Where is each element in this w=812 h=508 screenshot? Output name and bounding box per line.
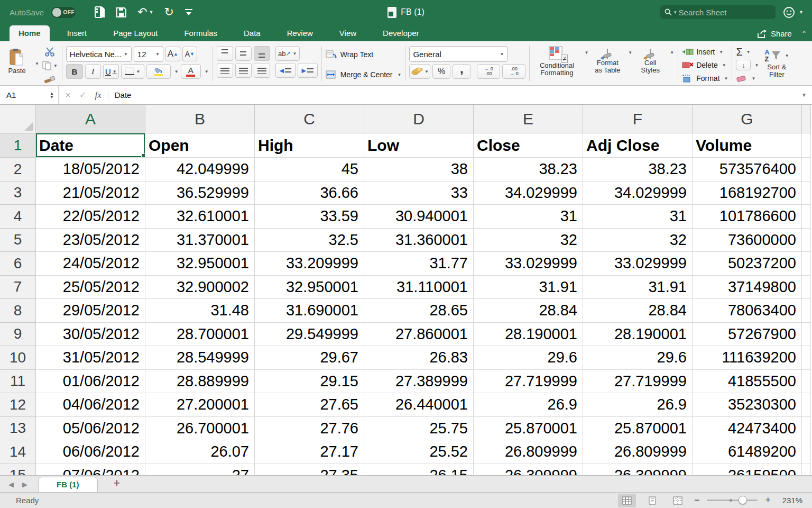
currency-dropdown-icon[interactable]: ▼ [425,69,429,74]
cell-F5[interactable]: 32 [583,229,693,252]
cell-partial-10[interactable] [802,346,811,370]
cell-E7[interactable]: 31.91 [474,276,583,300]
cell-D6[interactable]: 31.77 [364,252,474,276]
font-color-button[interactable]: A [181,64,201,79]
sheet-tab-active[interactable]: FB (1) [38,477,98,492]
cell-F12[interactable]: 26.9 [583,393,693,417]
cell-E12[interactable]: 26.9 [474,393,583,417]
col-header-A[interactable]: A [36,105,145,133]
format-as-table-button[interactable]: Formatas Table [591,44,624,79]
cell-G8[interactable]: 78063400 [693,299,802,323]
grow-font-button[interactable]: A▲ [165,47,180,61]
cell-C11[interactable]: 29.15 [255,370,364,394]
sort-filter-button[interactable]: AZ ▼ Sort &Filter [761,46,792,81]
currency-button[interactable]: ▼ [409,64,430,79]
cell-A9[interactable]: 30/05/2012 [36,323,145,347]
tab-page-layout[interactable]: Page Layout [104,25,167,41]
cell-E1[interactable]: Close [474,133,583,158]
cell-partial-4[interactable] [802,205,811,229]
cell-F15[interactable]: 26.309999 [583,464,693,476]
page-layout-view-button[interactable] [643,494,661,507]
shrink-font-button[interactable]: A▼ [182,47,197,61]
cell-B3[interactable]: 36.529999 [145,182,255,205]
cell-C1[interactable]: High [255,133,364,158]
fill-dropdown-icon[interactable]: ▼ [754,63,759,68]
cell-A11[interactable]: 01/06/2012 [36,370,145,394]
cell-F10[interactable]: 29.6 [583,346,693,370]
zoom-slider-handle[interactable] [739,496,747,504]
undo-dropdown-icon[interactable]: ▼ [149,10,153,15]
insert-cells-button[interactable]: Insert ▼ [682,47,728,57]
zoom-in-button[interactable]: + [765,495,771,506]
tab-review[interactable]: Review [278,25,322,41]
autosum-dropdown-icon[interactable]: ▼ [746,50,751,55]
align-left-button[interactable] [217,63,233,78]
cell-A8[interactable]: 29/05/2012 [36,299,145,323]
cell-D11[interactable]: 27.389999 [364,370,474,394]
name-box[interactable]: A1 [0,90,45,99]
italic-button[interactable]: I [85,64,101,79]
select-all-corner[interactable] [0,105,36,133]
col-header-D[interactable]: D [364,105,474,133]
font-color-dropdown-icon[interactable]: ▼ [205,69,209,74]
cell-partial-9[interactable] [802,323,811,347]
new-workbook-icon[interactable] [95,6,105,18]
cell-partial-11[interactable] [802,370,811,394]
orientation-button[interactable]: ab↗ ▼ [275,46,300,61]
col-header-B[interactable]: B [145,105,255,133]
cell-C15[interactable]: 27.35 [255,464,364,476]
row-header-3[interactable]: 3 [0,182,36,205]
decrease-decimal-button[interactable]: .00→.0 [502,64,525,79]
cell-B12[interactable]: 27.200001 [145,393,255,417]
cell-F4[interactable]: 31 [583,205,693,229]
format-painter-button[interactable] [42,74,58,85]
font-name-select[interactable]: Helvetica Ne...▼ [66,46,132,62]
align-center-button[interactable] [235,63,252,78]
tab-data[interactable]: Data [235,25,270,41]
cell-F8[interactable]: 28.84 [583,299,693,323]
cell-C13[interactable]: 27.76 [255,417,364,441]
cell-B4[interactable]: 32.610001 [145,205,255,229]
cell-B15[interactable]: 27 [145,464,255,476]
row-header-10[interactable]: 10 [0,346,36,370]
insert-dropdown-icon[interactable]: ▼ [719,50,723,55]
search-scope-chevron-icon[interactable]: ▾ [674,10,677,15]
underline-dropdown-icon[interactable]: ▼ [113,69,117,74]
cell-D9[interactable]: 27.860001 [364,323,474,347]
tab-view[interactable]: View [330,25,365,41]
cell-F6[interactable]: 33.029999 [583,252,693,276]
cell-E2[interactable]: 38.23 [474,158,583,182]
cell-D12[interactable]: 26.440001 [364,393,474,417]
cell-F7[interactable]: 31.91 [583,276,693,300]
cell-C10[interactable]: 29.67 [255,346,364,370]
number-format-select[interactable]: General▼ [409,46,508,62]
cell-B7[interactable]: 32.900002 [145,276,255,300]
wrap-text-button[interactable]: Wrap Text [326,47,402,62]
cell-partial-12[interactable] [802,393,811,417]
borders-button[interactable]: ▼ [121,64,144,79]
cell-E3[interactable]: 34.029999 [474,182,583,205]
format-cells-button[interactable]: Format ▼ [682,74,728,83]
format-as-table-dropdown-icon[interactable]: ▼ [628,50,632,55]
align-middle-button[interactable] [235,46,252,61]
cell-F1[interactable]: Adj Close [583,133,693,158]
cell-partial-5[interactable] [802,229,811,252]
name-box-stepper[interactable]: ▲▼ [45,86,59,104]
cell-A2[interactable]: 18/05/2012 [36,158,145,182]
search-input[interactable]: ▾ Search Sheet [660,5,776,19]
cell-A10[interactable]: 31/05/2012 [36,346,145,370]
enter-icon[interactable]: ✓ [79,90,86,100]
orientation-dropdown-icon[interactable]: ▼ [292,51,297,56]
row-header-9[interactable]: 9 [0,323,36,347]
align-top-button[interactable] [217,46,233,61]
cell-A15[interactable]: 07/06/2012 [36,464,145,476]
cell-A6[interactable]: 24/05/2012 [36,252,145,276]
delete-dropdown-icon[interactable]: ▼ [722,63,726,68]
cell-B2[interactable]: 42.049999 [145,158,255,182]
sheet-next-icon[interactable]: ▶ [22,480,27,488]
clear-button[interactable]: ▼ [736,72,759,84]
row-header-12[interactable]: 12 [0,393,36,417]
cell-B6[interactable]: 32.950001 [145,252,255,276]
cell-E6[interactable]: 33.029999 [474,252,583,276]
col-header-F[interactable]: F [583,105,693,133]
